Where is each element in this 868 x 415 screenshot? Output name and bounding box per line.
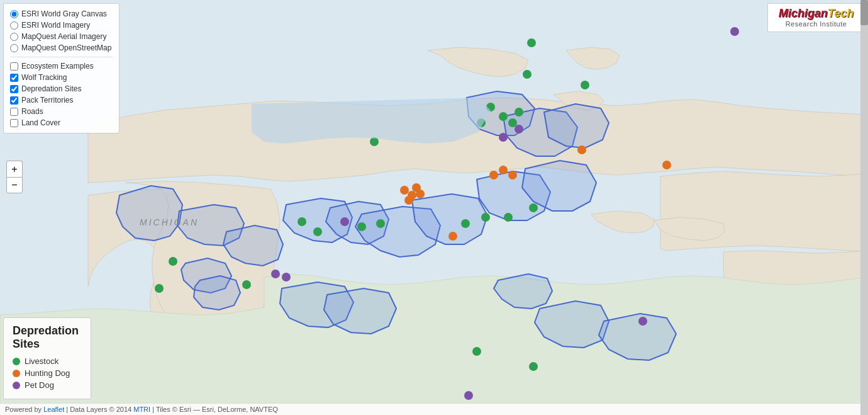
svg-point-25 bbox=[461, 219, 470, 228]
logo-michigan: Michigan bbox=[779, 7, 828, 20]
legend-dot-pet-dog bbox=[13, 382, 20, 389]
svg-point-34 bbox=[527, 38, 536, 47]
basemap-radio-mapquest-aerial[interactable] bbox=[10, 33, 18, 41]
svg-point-45 bbox=[404, 196, 413, 205]
layers-group: Ecosystem Examples Wolf Tracking Depreda… bbox=[10, 61, 113, 128]
svg-point-23 bbox=[357, 222, 366, 231]
basemap-mapquest-osm[interactable]: MapQuest OpenStreetMap bbox=[10, 43, 113, 53]
layer-checkbox-land-cover[interactable] bbox=[10, 119, 18, 127]
legend-item-pet-dog: Pet Dog bbox=[13, 380, 82, 390]
logo-tech: Tech bbox=[828, 7, 854, 20]
layer-roads[interactable]: Roads bbox=[10, 106, 113, 117]
layer-land-cover[interactable]: Land Cover bbox=[10, 118, 113, 128]
legend-label-hunting-dog: Hunting Dog bbox=[25, 368, 70, 378]
legend-item-hunting-dog: Hunting Dog bbox=[13, 368, 82, 378]
svg-point-58 bbox=[730, 27, 739, 36]
svg-point-37 bbox=[155, 284, 164, 293]
svg-point-49 bbox=[508, 171, 517, 179]
layer-ecosystem[interactable]: Ecosystem Examples bbox=[10, 61, 113, 71]
basemap-radio-mapquest-osm[interactable] bbox=[10, 44, 18, 52]
layer-depredation-label: Depredation Sites bbox=[21, 84, 81, 93]
footer-leaflet-link[interactable]: Leaflet bbox=[43, 406, 64, 413]
layer-wolf-tracking[interactable]: Wolf Tracking bbox=[10, 72, 113, 82]
svg-point-54 bbox=[271, 270, 280, 278]
basemap-mapquest-osm-label: MapQuest OpenStreetMap bbox=[21, 43, 111, 52]
basemap-esri-imagery[interactable]: ESRI World Imagery bbox=[10, 20, 113, 30]
layer-checkbox-pack-territories[interactable] bbox=[10, 96, 18, 105]
layer-control-panel: ESRI World Gray Canvas ESRI World Imager… bbox=[3, 3, 120, 134]
svg-point-46 bbox=[416, 190, 425, 198]
basemap-esri-imagery-label: ESRI World Imagery bbox=[21, 21, 90, 30]
basemap-mapquest-aerial-label: MapQuest Aerial Imagery bbox=[21, 32, 106, 41]
layer-land-cover-label: Land Cover bbox=[21, 118, 60, 127]
svg-point-60 bbox=[464, 391, 473, 400]
layer-pack-territories[interactable]: Pack Territories bbox=[10, 95, 113, 105]
svg-point-28 bbox=[529, 203, 538, 212]
svg-point-59 bbox=[638, 317, 647, 326]
map-container[interactable]: MICHIGAN bbox=[0, 0, 868, 415]
basemap-radio-esri-gray[interactable] bbox=[10, 10, 18, 18]
layer-checkbox-depredation[interactable] bbox=[10, 85, 18, 93]
svg-point-32 bbox=[508, 118, 517, 127]
footer-mtri-link[interactable]: MTRI bbox=[133, 406, 150, 413]
svg-marker-5 bbox=[194, 276, 240, 310]
zoom-controls: + − bbox=[6, 161, 23, 193]
logo-title: MichiganTech bbox=[774, 8, 858, 20]
scrollbar-thumb[interactable] bbox=[860, 0, 868, 25]
footer-data-layers: | Data Layers © 2014 bbox=[64, 406, 133, 413]
legend-dot-hunting-dog bbox=[13, 370, 20, 377]
svg-point-48 bbox=[499, 166, 508, 174]
basemap-radio-esri-imagery[interactable] bbox=[10, 21, 18, 30]
basemap-group: ESRI World Gray Canvas ESRI World Imager… bbox=[10, 9, 113, 53]
footer-tiles: | Tiles © Esri — Esri, DeLorme, NAVTEQ bbox=[150, 406, 278, 413]
legend-label-livestock: Livestock bbox=[25, 356, 58, 366]
svg-point-40 bbox=[472, 347, 481, 356]
zoom-out-button[interactable]: − bbox=[6, 177, 23, 193]
zoom-in-button[interactable]: + bbox=[6, 161, 23, 177]
svg-point-31 bbox=[499, 112, 508, 121]
legend-item-livestock: Livestock bbox=[13, 356, 82, 366]
basemap-esri-gray[interactable]: ESRI World Gray Canvas bbox=[10, 9, 113, 19]
layer-checkbox-wolf-tracking[interactable] bbox=[10, 74, 18, 82]
svg-point-50 bbox=[448, 232, 457, 241]
svg-point-56 bbox=[499, 133, 508, 142]
legend-dot-livestock bbox=[13, 358, 20, 365]
svg-text:MICHIGAN: MICHIGAN bbox=[140, 217, 199, 227]
svg-point-51 bbox=[577, 145, 586, 154]
layer-depredation[interactable]: Depredation Sites bbox=[10, 84, 113, 94]
svg-point-36 bbox=[581, 81, 589, 89]
footer-powered-by: Powered by bbox=[5, 406, 43, 413]
svg-point-24 bbox=[376, 219, 385, 228]
svg-point-27 bbox=[504, 213, 513, 222]
map-svg: MICHIGAN bbox=[0, 0, 868, 415]
layer-checkbox-roads[interactable] bbox=[10, 108, 18, 116]
footer: Powered by Leaflet | Data Layers © 2014 … bbox=[0, 403, 868, 415]
svg-point-57 bbox=[515, 125, 523, 134]
svg-point-21 bbox=[298, 217, 306, 226]
basemap-esri-gray-label: ESRI World Gray Canvas bbox=[21, 9, 107, 18]
svg-point-55 bbox=[282, 273, 291, 281]
legend-label-pet-dog: Pet Dog bbox=[25, 380, 54, 390]
logo-subtitle: Research Institute bbox=[774, 20, 858, 28]
scrollbar[interactable] bbox=[860, 0, 868, 415]
michigan-tech-logo: MichiganTech Research Institute bbox=[767, 3, 865, 32]
svg-point-53 bbox=[340, 217, 349, 226]
basemap-mapquest-aerial[interactable]: MapQuest Aerial Imagery bbox=[10, 31, 113, 42]
svg-point-47 bbox=[489, 171, 498, 179]
layer-wolf-tracking-label: Wolf Tracking bbox=[21, 73, 67, 82]
layer-ecosystem-label: Ecosystem Examples bbox=[21, 62, 94, 71]
svg-point-22 bbox=[313, 227, 322, 236]
layer-pack-territories-label: Pack Territories bbox=[21, 96, 73, 105]
svg-point-41 bbox=[529, 362, 538, 371]
svg-point-38 bbox=[169, 257, 177, 266]
svg-point-39 bbox=[242, 280, 251, 289]
legend-title: DepredationSites bbox=[13, 324, 82, 351]
svg-point-35 bbox=[523, 70, 531, 79]
svg-point-26 bbox=[481, 213, 490, 222]
layer-roads-label: Roads bbox=[21, 107, 43, 116]
svg-point-20 bbox=[370, 137, 379, 146]
svg-point-42 bbox=[400, 186, 409, 195]
svg-point-52 bbox=[662, 161, 671, 169]
legend: DepredationSites Livestock Hunting Dog P… bbox=[3, 317, 91, 399]
layer-checkbox-ecosystem[interactable] bbox=[10, 62, 18, 71]
